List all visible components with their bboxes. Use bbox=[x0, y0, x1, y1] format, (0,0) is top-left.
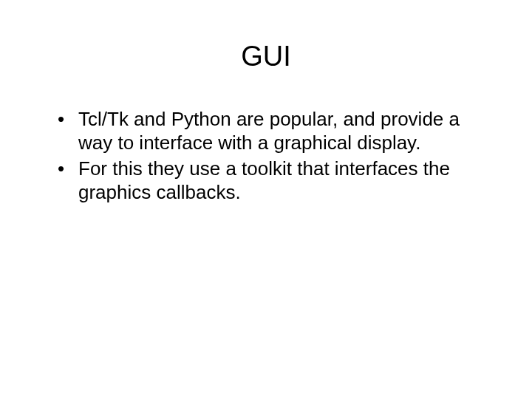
bullet-item: For this they use a toolkit that interfa… bbox=[58, 157, 488, 204]
bullet-list: Tcl/Tk and Python are popular, and provi… bbox=[44, 108, 488, 205]
slide: GUI Tcl/Tk and Python are popular, and p… bbox=[0, 0, 532, 399]
bullet-item: Tcl/Tk and Python are popular, and provi… bbox=[58, 108, 488, 154]
slide-title: GUI bbox=[44, 41, 488, 72]
